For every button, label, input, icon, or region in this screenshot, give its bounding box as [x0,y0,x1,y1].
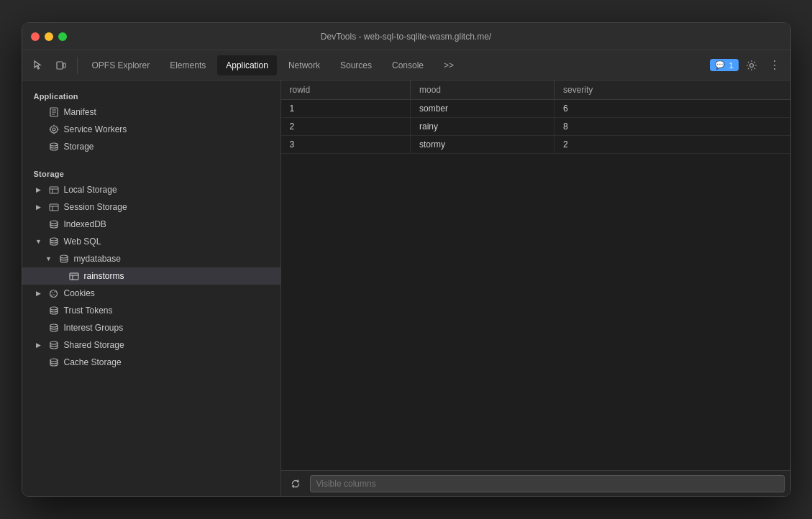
maximize-button[interactable] [58,32,67,41]
mydatabase-icon [58,253,70,265]
trust-tokens-arrow [34,306,44,316]
toolbar-divider [77,57,78,74]
rainstorms-icon [68,270,80,282]
svg-point-7 [50,126,58,133]
more-tabs-button[interactable]: >> [435,55,462,75]
sidebar-item-service-workers[interactable]: Service Workers [22,121,280,138]
toolbar: OPFS Explorer Elements Application Netwo… [22,50,790,81]
sidebar-item-storage-app[interactable]: Storage [22,138,280,155]
arrow-placeholder [34,107,44,117]
cell-severity: 8 [555,118,790,136]
svg-point-29 [53,294,55,295]
web-sql-arrow: ▼ [34,236,44,247]
bottom-bar [281,470,790,496]
col-header-rowid[interactable]: rowid [281,81,411,100]
tab-network[interactable]: Network [280,55,329,75]
svg-point-31 [50,307,58,310]
notification-badge[interactable]: 💬 1 [710,59,738,71]
sidebar-item-session-storage[interactable]: ▶ Session Storage [22,198,280,216]
content-area: rowid mood severity 1somber62rainy83stor… [281,81,790,496]
svg-point-21 [50,238,58,241]
local-storage-arrow: ▶ [34,185,44,195]
sidebar-item-cookies[interactable]: ▶ Cookies [22,285,280,302]
titlebar: DevTools - web-sql-to-sqlite-wasm.glitch… [22,23,790,50]
tab-application[interactable]: Application [217,55,277,75]
trust-tokens-icon [48,305,60,316]
sidebar-item-interest-groups[interactable]: Interest Groups [22,319,280,336]
svg-point-33 [50,341,58,344]
visible-columns-input[interactable] [310,475,785,492]
cookies-arrow: ▶ [34,288,44,298]
svg-rect-1 [63,63,65,68]
svg-point-34 [50,359,58,362]
svg-point-27 [52,292,53,293]
web-sql-icon [48,236,60,247]
cell-mood: rainy [411,118,555,136]
app-section-header: Application [22,86,280,104]
svg-rect-17 [50,204,58,211]
data-table: rowid mood severity 1somber62rainy83stor… [281,81,790,470]
interest-groups-icon [48,322,60,334]
sidebar-item-local-storage[interactable]: ▶ Local Storage [22,181,280,198]
svg-point-28 [54,291,55,293]
gear-icon [746,60,757,71]
mydatabase-arrow: ▼ [44,254,54,264]
svg-rect-0 [57,62,63,69]
window-controls [31,32,67,41]
cell-rowid: 3 [281,136,411,154]
interest-groups-arrow [34,323,44,333]
tab-opfs-explorer[interactable]: OPFS Explorer [83,55,159,75]
chat-icon: 💬 [715,60,725,70]
cache-storage-arrow [34,357,44,367]
section-spacer [22,155,280,164]
svg-point-22 [60,255,68,258]
cell-mood: stormy [411,136,555,154]
cell-rowid: 1 [281,100,411,118]
results-table: rowid mood severity 1somber62rainy83stor… [281,81,790,154]
svg-point-13 [50,143,58,146]
sidebar-item-mydatabase[interactable]: ▼ mydatabase [22,250,280,267]
svg-point-26 [50,290,58,297]
local-storage-icon [48,184,60,196]
cookies-icon [48,288,60,299]
table-row: 3stormy2 [281,136,790,154]
sidebar-item-indexeddb[interactable]: IndexedDB [22,216,280,233]
sidebar-item-trust-tokens[interactable]: Trust Tokens [22,302,280,319]
window-title: DevTools - web-sql-to-sqlite-wasm.glitch… [321,32,491,42]
svg-point-32 [50,324,58,327]
manifest-icon [48,106,60,118]
more-options-button[interactable]: ⋮ [765,55,785,75]
refresh-button[interactable] [287,475,304,492]
session-storage-icon [48,201,60,213]
refresh-icon [291,479,301,489]
device-toggle-button[interactable] [51,55,71,75]
col-header-severity[interactable]: severity [555,81,790,100]
indexeddb-arrow [34,219,44,229]
arrow-placeholder [34,142,44,152]
cursor-icon [32,60,44,71]
cell-severity: 6 [555,100,790,118]
sidebar-item-web-sql[interactable]: ▼ Web SQL [22,233,280,250]
tab-console[interactable]: Console [383,55,432,75]
service-workers-icon [48,124,60,135]
minimize-button[interactable] [45,32,53,41]
main-content: Application Manifest Service Workers [22,81,790,496]
cache-storage-icon [48,357,60,368]
sidebar-item-rainstorms[interactable]: rainstorms [22,267,280,285]
close-button[interactable] [31,32,40,41]
tab-elements[interactable]: Elements [161,55,214,75]
svg-point-20 [50,221,58,224]
table-row: 2rainy8 [281,118,790,136]
sidebar-item-cache-storage[interactable]: Cache Storage [22,354,280,371]
sidebar-item-shared-storage[interactable]: ▶ Shared Storage [22,336,280,354]
cell-mood: somber [411,100,555,118]
tab-sources[interactable]: Sources [332,55,380,75]
col-header-mood[interactable]: mood [411,81,555,100]
inspect-element-button[interactable] [28,55,48,75]
settings-button[interactable] [742,55,762,75]
shared-storage-arrow: ▶ [34,340,44,350]
sidebar-item-manifest[interactable]: Manifest [22,104,280,121]
storage-icon [48,141,60,152]
arrow-placeholder [34,124,44,134]
svg-point-2 [749,63,753,67]
